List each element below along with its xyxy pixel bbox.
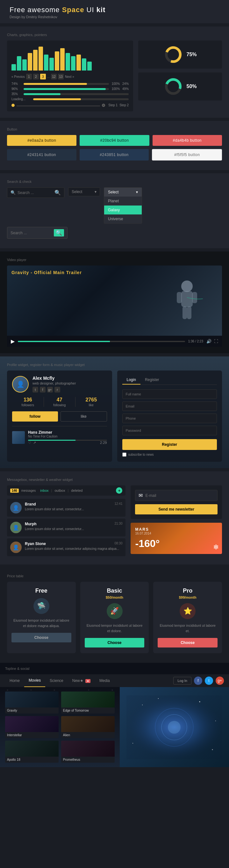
prev-btn[interactable]: « Previos [11, 75, 25, 79]
select-label: Select [72, 190, 82, 194]
weather-icon: ❄ [213, 543, 219, 552]
facebook-icon[interactable]: f [40, 387, 45, 393]
video-time: 1:36 / 2:23 [188, 340, 203, 343]
like-music-icon[interactable]: ♡ [28, 441, 31, 445]
price-icon-free: 🛸 [33, 598, 49, 614]
svg-point-15 [199, 701, 200, 702]
choose-basic-button[interactable]: Choose [85, 638, 145, 648]
header-title-free: Free awesome [9, 6, 62, 14]
msg-avatar-2: 👤 [10, 541, 22, 553]
page-12[interactable]: 12 [51, 74, 57, 80]
movie-card-0[interactable]: Gravity [5, 691, 59, 714]
nav-home[interactable]: Home [5, 675, 24, 687]
newsletter-submit-button[interactable]: Send me newsletter [135, 504, 218, 515]
search-submit-2[interactable]: 🔍 [54, 229, 64, 237]
donut-card-1: 75% [138, 40, 222, 69]
followers-label: followers [12, 403, 44, 407]
next-btn[interactable]: Next » [65, 75, 74, 79]
tab-login[interactable]: Login [122, 376, 141, 384]
twitter-social-button[interactable]: t [205, 677, 213, 685]
donut-card-2: 50% [138, 72, 222, 100]
dropdown-item-select[interactable]: Select ▾ [104, 188, 142, 196]
fullname-field[interactable] [122, 389, 217, 399]
choose-free-button[interactable]: Choose [11, 633, 71, 642]
tab-deleted[interactable]: deleted [69, 489, 85, 492]
pricing-card-free: Free 🛸 Eiusmod tempor incididunt ut labo… [7, 582, 76, 653]
svg-rect-9 [187, 306, 191, 319]
search-input-2[interactable] [10, 231, 52, 235]
btn-red[interactable]: #da4b4b button [153, 135, 222, 146]
weather-planet: MARS [135, 527, 151, 532]
page-2[interactable]: 2 [33, 74, 39, 80]
donut-svg-2 [164, 77, 183, 96]
weather-temp: -160° [135, 538, 218, 550]
page-3[interactable]: 3 [40, 74, 46, 80]
btn-dark1[interactable]: #243141 button [7, 149, 76, 160]
movie-thumb-3 [61, 716, 115, 732]
loading-label: Loading... [11, 97, 31, 101]
msg-text-2: Lorem ipsum dolor sit amet, consectetur … [25, 547, 122, 551]
nav-media[interactable]: Media [95, 675, 114, 687]
profile-label: Profile widget, register form & music pl… [7, 363, 222, 367]
bar-1 [11, 64, 16, 70]
bar-7 [44, 55, 48, 70]
followers-count: 136 [12, 397, 44, 403]
dropdown-item-planet[interactable]: Planet [104, 196, 142, 206]
dropdown-menu: Select ▾ Planet Galaxy Universe [104, 187, 142, 224]
dropdown-item-galaxy[interactable]: Galaxy [104, 206, 142, 214]
btn-light[interactable]: #f5f5f5 button [152, 149, 222, 160]
header-title-kit: kit [97, 6, 106, 14]
choose-pro-button[interactable]: Choose [158, 638, 218, 648]
movie-card-1[interactable]: Edge of Tomorrow [61, 691, 115, 714]
msg-body-1: Murph 21:30 Lorem ipsum dolor sit amet, … [25, 522, 122, 533]
movie-card-5[interactable]: Prometheus [61, 741, 115, 763]
dropdown-item-universe[interactable]: Universe [104, 214, 142, 223]
stat-followers: 136 followers [12, 397, 44, 407]
social-icons: t f g+ r [33, 387, 76, 393]
email-field[interactable] [122, 401, 217, 411]
facebook-social-button[interactable]: f [194, 677, 202, 685]
profile-name: Alex Mcfly [33, 376, 76, 381]
music-player: Hans Zimmer No Time For Caution ♡ ↗ 2:29 [12, 426, 107, 445]
nav-new[interactable]: New★ ★ [68, 675, 95, 687]
btn-teal[interactable]: #20bc94 button [80, 135, 149, 146]
password-field[interactable] [122, 426, 217, 435]
page-1[interactable]: 1 [26, 74, 32, 80]
bar-10 [60, 48, 65, 70]
follow-button[interactable]: follow [12, 411, 58, 422]
rss-icon[interactable]: r [54, 387, 60, 393]
phone-field[interactable] [122, 413, 217, 423]
movie-title-2: Interstellar [5, 732, 59, 738]
volume-icon[interactable]: 🔊 [206, 339, 212, 344]
like-button[interactable]: like [61, 411, 107, 422]
play-button[interactable]: ▶ [11, 338, 15, 344]
btn-dark2[interactable]: #243851 button [80, 149, 149, 160]
movie-thumb-0 [5, 691, 59, 708]
fullscreen-icon[interactable]: ⛶ [214, 339, 218, 344]
tab-outbox[interactable]: outbox [52, 489, 68, 492]
movie-card-3[interactable]: Alien [61, 716, 115, 738]
price-desc-basic: Eiusmod tempor incididunt ut labore et d… [85, 623, 145, 633]
newsletter-email-input[interactable] [145, 493, 214, 498]
bar-4 [28, 53, 32, 70]
login-nav-button[interactable]: Log In [173, 677, 191, 684]
select-box[interactable]: Select ▾ [68, 187, 100, 196]
twitter-icon[interactable]: t [33, 387, 38, 393]
tab-inbox[interactable]: inbox [38, 489, 51, 492]
register-button[interactable]: Register [122, 439, 217, 450]
search-input-1[interactable] [17, 190, 52, 195]
search-submit-1[interactable]: 🔍 [54, 190, 61, 196]
gplus-social-button[interactable]: g+ [216, 677, 224, 685]
subscribe-checkbox[interactable] [122, 453, 126, 457]
movie-card-4[interactable]: Apollo 18 [5, 741, 59, 763]
page-13[interactable]: 13 [58, 74, 64, 80]
tab-register[interactable]: Register [141, 376, 164, 384]
add-message-button[interactable]: + [116, 487, 122, 494]
btn-yellow[interactable]: #e0aa2a button [7, 135, 76, 146]
share-music-icon[interactable]: ↗ [33, 441, 36, 445]
nav-science[interactable]: Science [45, 675, 68, 687]
gplus-icon[interactable]: g+ [47, 387, 53, 393]
movie-card-2[interactable]: Interstellar [5, 716, 59, 738]
video-progress-bar[interactable] [18, 341, 185, 342]
nav-movies[interactable]: Movies [24, 674, 45, 687]
